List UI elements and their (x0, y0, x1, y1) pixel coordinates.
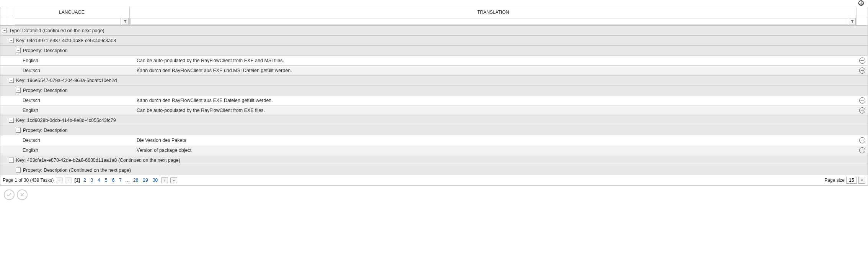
pager-page-link[interactable]: 4 (96, 178, 101, 183)
confirm-button[interactable] (4, 189, 15, 200)
grid-header-row: LANGUAGE TRANSLATION (0, 7, 868, 17)
table-row: English Version of package object (0, 145, 868, 155)
remove-row-button[interactable] (859, 97, 865, 104)
collapse-toggle[interactable]: − (9, 158, 14, 163)
cell-language: Deutsch (21, 66, 137, 75)
group-property: − Property: Description (0, 46, 868, 56)
table-row: English Can be auto-populated by the Ray… (0, 105, 868, 115)
collapse-toggle[interactable]: − (2, 28, 7, 33)
globe-icon[interactable] (858, 0, 864, 7)
group-label: Property: Description (23, 48, 68, 53)
filter-input-language[interactable] (15, 18, 121, 25)
column-header-translation[interactable]: TRANSLATION (130, 7, 857, 17)
group-key: − Key: 04e13971-e387-4cf0-ab88-ce5c4b9c3… (0, 36, 868, 46)
translation-grid: LANGUAGE TRANSLATION − Type: Datafield (… (0, 7, 868, 186)
collapse-toggle[interactable]: − (16, 168, 21, 173)
pager: Page 1 of 30 (439 Tasks) « ‹ [1] 2 3 4 5… (0, 175, 868, 185)
group-label: Property: Description (Continued on the … (23, 168, 131, 173)
pager-last-button[interactable]: » (170, 177, 177, 183)
collapse-toggle[interactable]: − (16, 128, 21, 133)
page-size-label: Page size (824, 178, 845, 183)
group-property: − Property: Description (Continued on th… (0, 165, 868, 175)
group-label: Property: Description (23, 88, 68, 93)
group-label: Key: 403cfa1e-e878-42de-b2a8-6630d11aa1a… (16, 158, 180, 163)
filter-button-language[interactable] (122, 18, 129, 25)
pager-page-link[interactable]: 29 (142, 178, 149, 183)
pager-page-link[interactable]: 3 (90, 178, 95, 183)
page-size-dropdown[interactable]: ▾ (858, 177, 865, 184)
remove-row-button[interactable] (859, 137, 865, 143)
collapse-toggle[interactable]: − (9, 38, 14, 43)
group-label: Key: 1cd9029b-0dcb-414b-8e8d-4c055c43fc7… (16, 118, 116, 123)
group-key: − Key: 196e5547-079a-4204-963a-5bdafc10e… (0, 76, 868, 85)
table-row: English Can be auto-populated by the Ray… (0, 56, 868, 66)
group-key: − Key: 1cd9029b-0dcb-414b-8e8d-4c055c43f… (0, 115, 868, 125)
group-label: Key: 04e13971-e387-4cf0-ab88-ce5c4b9c3a0… (16, 38, 116, 43)
pager-current-page: [1] (74, 178, 80, 183)
group-type: − Type: Datafield (Continued on the next… (0, 26, 868, 36)
cell-language: English (21, 145, 137, 155)
filter-input-translation[interactable] (131, 18, 848, 25)
table-row: Deutsch Kann durch den RayFlowClient aus… (0, 66, 868, 76)
cell-translation: Die Version des Pakets (137, 135, 857, 145)
pager-page-link[interactable]: 2 (82, 178, 87, 183)
pager-page-link[interactable]: 30 (152, 178, 159, 183)
group-label: Key: 196e5547-079a-4204-963a-5bdafc10eb2… (16, 78, 117, 83)
group-key: − Key: 403cfa1e-e878-42de-b2a8-6630d11aa… (0, 155, 868, 165)
collapse-toggle[interactable]: − (16, 48, 21, 53)
cell-language: English (21, 105, 137, 115)
pager-page-link[interactable]: 5 (104, 178, 109, 183)
filter-button-translation[interactable] (849, 18, 856, 25)
cell-language: English (21, 56, 137, 65)
remove-row-button[interactable] (859, 147, 865, 153)
remove-row-button[interactable] (859, 107, 865, 113)
pager-ellipsis: … (125, 178, 130, 183)
remove-row-button[interactable] (859, 67, 865, 74)
page-size-input[interactable] (846, 177, 857, 184)
table-row: Deutsch Die Version des Pakets (0, 135, 868, 145)
cell-translation: Can be auto-populated by the RayFlowClie… (137, 56, 857, 65)
grid-filter-row (0, 17, 868, 26)
cell-translation: Kann durch den RayFlowClient aus EXE Dat… (137, 95, 857, 105)
pager-next-button[interactable]: › (161, 177, 168, 183)
group-property: − Property: Description (0, 125, 868, 135)
group-property: − Property: Description (0, 85, 868, 95)
pager-page-link[interactable]: 7 (118, 178, 123, 183)
collapse-toggle[interactable]: − (16, 88, 21, 93)
remove-row-button[interactable] (859, 58, 865, 64)
cancel-button[interactable] (17, 189, 28, 200)
group-label: Property: Description (23, 128, 68, 133)
pager-summary: Page 1 of 30 (439 Tasks) (3, 178, 54, 183)
table-row: Deutsch Kann durch den RayFlowClient aus… (0, 95, 868, 105)
pager-page-link[interactable]: 6 (111, 178, 116, 183)
pager-page-link[interactable]: 28 (132, 178, 139, 183)
footer-actions (0, 186, 868, 204)
pager-prev-button[interactable]: ‹ (65, 177, 72, 183)
column-header-language[interactable]: LANGUAGE (14, 7, 130, 17)
cell-translation: Can be auto-populated by the RayFlowClie… (137, 105, 857, 115)
collapse-toggle[interactable]: − (9, 118, 14, 123)
cell-language: Deutsch (21, 135, 137, 145)
collapse-toggle[interactable]: − (9, 78, 14, 83)
group-label: Type: Datafield (Continued on the next p… (9, 28, 104, 33)
cell-language: Deutsch (21, 95, 137, 105)
cell-translation: Version of package object (137, 145, 857, 155)
pager-first-button[interactable]: « (56, 177, 63, 183)
cell-translation: Kann durch den RayFlowClient aus EXE und… (137, 66, 857, 75)
